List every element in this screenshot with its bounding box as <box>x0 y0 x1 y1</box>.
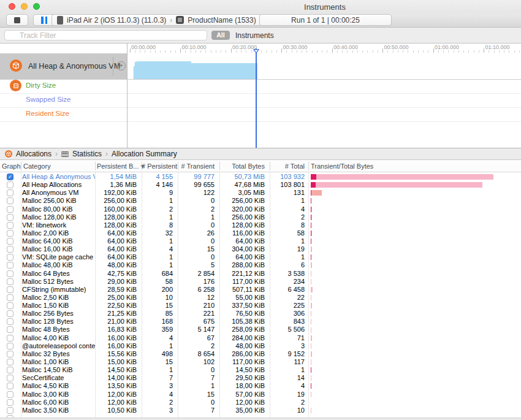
table-row[interactable]: Malloc 3,00 KiB12,00 KiB41557,00 KiB19 <box>0 391 521 399</box>
table-row[interactable]: Malloc 256,00 KiB256,00 KiB10256,00 KiB1 <box>0 197 521 205</box>
table-row[interactable]: Malloc 4,00 KiB16,00 KiB467284,00 KiB71 <box>0 334 521 342</box>
subtrack-label-resident-size[interactable]: Resident Size <box>26 110 69 117</box>
graph-checkbox[interactable] <box>7 407 13 414</box>
tab-instruments[interactable]: Instruments <box>235 31 274 40</box>
filter-all-button[interactable]: All <box>211 31 230 40</box>
column-divider[interactable] <box>219 162 220 170</box>
graph-checkbox[interactable] <box>7 326 13 333</box>
table-row[interactable]: @autoreleasepool content16,00 KiB1248,00… <box>0 342 521 350</box>
playhead[interactable] <box>256 48 257 148</box>
target-selector[interactable]: iPad Air 2 (iOS 11.0.3) (11.0.3) › Produ… <box>51 14 262 26</box>
graph-checkbox[interactable] <box>7 278 13 285</box>
subtrack-label-swapped-size[interactable]: Swapped Size <box>26 96 71 103</box>
graph-checkbox[interactable] <box>7 367 13 373</box>
table-row[interactable]: CFString (immutable)28,59 KiB2006 258507… <box>0 286 521 294</box>
column-header-total-bytes[interactable]: Total Bytes <box>219 162 265 170</box>
graph-checkbox[interactable] <box>7 294 13 301</box>
process-name[interactable]: ProductName (1533) <box>188 16 256 25</box>
table-row[interactable]: Malloc 2,50 KiB25,00 KiB101255,00 KiB22 <box>0 294 521 302</box>
table-row[interactable]: Malloc 2,00 KiB64,00 KiB3226116,00 KiB58 <box>0 229 521 237</box>
column-divider[interactable] <box>21 162 21 170</box>
table-row[interactable]: Malloc 64,00 KiB64,00 KiB1064,00 KiB1 <box>0 237 521 245</box>
graph-checkbox[interactable] <box>7 302 13 309</box>
table-row[interactable]: Malloc 1,00 KiB15,00 KiB15102117,00 KiB1… <box>0 358 521 366</box>
heap-allocation-area-chart[interactable] <box>127 53 521 80</box>
playhead-marker-icon[interactable] <box>253 49 259 53</box>
track-filter-input[interactable] <box>4 30 207 40</box>
table-row[interactable]: All Anonymous VM192,00 KiB91223,05 MiB13… <box>0 189 521 197</box>
column-header-graph[interactable]: Graph <box>2 162 20 170</box>
table-row[interactable]: Malloc 48,00 KiB48,00 KiB15288,00 KiB6 <box>0 261 521 269</box>
graph-checkbox[interactable] <box>7 254 13 261</box>
column-header--total[interactable]: # Total <box>270 162 305 170</box>
graph-checkbox[interactable]: ✓ <box>7 174 13 180</box>
stop-button[interactable] <box>6 14 28 26</box>
column-divider[interactable] <box>178 162 178 170</box>
table-row[interactable]: Malloc 1,50 KiB22,50 KiB15210337,50 KiB2… <box>0 302 521 310</box>
column-divider[interactable] <box>270 162 270 170</box>
graph-checkbox[interactable] <box>7 189 13 196</box>
graph-checkbox[interactable] <box>7 230 13 237</box>
graph-checkbox[interactable] <box>7 318 13 325</box>
zoom-window-button[interactable] <box>33 3 40 10</box>
graph-checkbox[interactable] <box>7 391 13 398</box>
column-header-transient-total-bytes[interactable]: Transient/Total Bytes <box>311 162 433 170</box>
add-track-button[interactable]: + <box>116 61 126 71</box>
graph-checkbox[interactable] <box>7 359 13 365</box>
graph-checkbox[interactable] <box>7 206 13 213</box>
table-row[interactable]: Malloc 80,00 KiB160,00 KiB22320,00 KiB4 <box>0 205 521 213</box>
close-window-button[interactable] <box>9 3 15 10</box>
breadcrumb-allocation-summary[interactable]: Allocation Summary <box>112 150 177 158</box>
table-row[interactable]: Malloc 4,50 KiB13,50 KiB3118,00 KiB4 <box>0 382 521 390</box>
breadcrumb-statistics[interactable]: Statistics <box>72 150 102 158</box>
run-info-control[interactable]: Run 1 of 1 | 00:00:25 <box>259 14 392 26</box>
graph-checkbox[interactable] <box>7 399 13 406</box>
table-row[interactable]: Malloc 256 Bytes21,25 KiB8522176,50 KiB3… <box>0 310 521 318</box>
horizontal-scrollbar-track[interactable] <box>0 418 521 420</box>
allocations-icon <box>5 150 12 158</box>
graph-checkbox[interactable] <box>7 335 13 342</box>
column-header--transient[interactable]: # Transient <box>178 162 215 170</box>
table-row[interactable]: Malloc 128,00 KiB128,00 KiB11256,00 KiB2 <box>0 213 521 221</box>
table-row[interactable]: All Heap Allocations1,36 MiB4 14699 6554… <box>0 181 521 189</box>
column-divider[interactable] <box>95 162 96 170</box>
table-row[interactable]: Malloc 32 Bytes15,56 KiB4988 654286,00 K… <box>0 350 521 358</box>
graph-checkbox[interactable] <box>7 286 13 293</box>
graph-checkbox[interactable] <box>7 262 13 269</box>
track-row-all-heap[interactable]: All Heap & Anonymous VM + <box>0 53 127 79</box>
device-name[interactable]: iPad Air 2 (iOS 11.0.3) (11.0.3) <box>67 16 166 25</box>
graph-checkbox[interactable] <box>7 181 13 188</box>
graph-checkbox[interactable] <box>7 270 13 277</box>
column-header-persistent-b-[interactable]: Persistent B... ▾ <box>97 162 139 170</box>
breadcrumb-allocations[interactable]: Allocations <box>16 150 51 158</box>
table-row[interactable]: Malloc 64 Bytes42,75 KiB6842 854221,12 K… <box>0 270 521 278</box>
minimize-window-button[interactable] <box>21 3 28 10</box>
column-divider[interactable] <box>308 162 309 170</box>
table-row[interactable]: Malloc 48 Bytes16,83 KiB3595 147258,09 K… <box>0 326 521 334</box>
column-divider[interactable] <box>142 162 142 170</box>
table-row[interactable]: Malloc 128 Bytes21,00 KiB168675105,38 Ki… <box>0 318 521 326</box>
track-header-splitter[interactable] <box>127 44 127 148</box>
table-row[interactable]: Malloc 512 Bytes29,00 KiB58176117,00 KiB… <box>0 278 521 286</box>
table-row[interactable]: ✓All Heap & Anonymous V…1,54 MiB4 15599 … <box>0 173 521 181</box>
table-row[interactable]: Malloc 16,00 KiB64,00 KiB415304,00 KiB19 <box>0 245 521 253</box>
graph-checkbox[interactable] <box>7 310 13 317</box>
graph-checkbox[interactable] <box>7 383 13 389</box>
column-header--persistent[interactable]: # Persistent <box>142 162 173 170</box>
table-row[interactable]: Malloc 14,50 KiB14,50 KiB1014,50 KiB1 <box>0 366 521 374</box>
graph-checkbox[interactable] <box>7 222 13 229</box>
graph-checkbox[interactable] <box>7 214 13 221</box>
graph-checkbox[interactable] <box>7 343 13 349</box>
column-header-category[interactable]: Category <box>23 162 94 170</box>
table-row[interactable]: VM: SQLite page cache64,00 KiB1064,00 Ki… <box>0 253 521 261</box>
graph-checkbox[interactable] <box>7 375 13 381</box>
table-row[interactable]: Malloc 3,50 KiB10,50 KiB3735,00 KiB10 <box>0 407 521 414</box>
graph-checkbox[interactable] <box>7 246 13 253</box>
graph-checkbox[interactable] <box>7 238 13 245</box>
subtrack-label-dirty-size[interactable]: Dirty Size <box>26 82 56 89</box>
graph-checkbox[interactable] <box>7 351 13 357</box>
table-row[interactable]: SecCertificate14,00 KiB7729,50 KiB14 <box>0 374 521 382</box>
graph-checkbox[interactable] <box>7 197 13 204</box>
table-row[interactable]: Malloc 6,00 KiB12,00 KiB2012,00 KiB2 <box>0 399 521 407</box>
table-row[interactable]: VM: libnetwork128,00 KiB80128,00 KiB8 <box>0 221 521 229</box>
